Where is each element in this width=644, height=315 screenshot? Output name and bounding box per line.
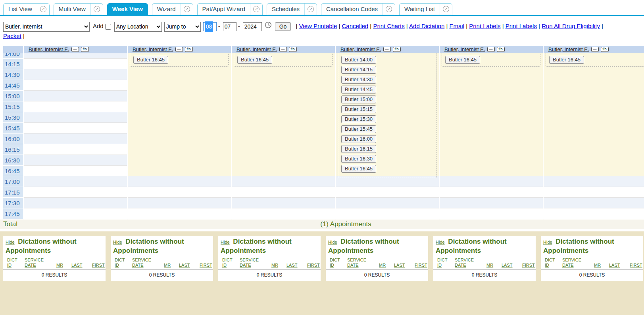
slot-col3-1730[interactable] [232, 198, 335, 208]
link-packet[interactable]: Packet [3, 32, 21, 39]
appointment-button-butler-16-30[interactable]: Butler 16:30 [341, 155, 376, 163]
jump-to-select[interactable]: Jump to [164, 22, 201, 32]
tab-pat-appt-wizard[interactable]: Pat/Appt Wizard ↗ [197, 3, 263, 15]
link-print-labels[interactable]: Print Labels [469, 23, 500, 29]
dict-header-mr[interactable]: MR [486, 263, 502, 268]
tab-schedules[interactable]: Schedules ↗ [267, 3, 317, 15]
dict-header-last[interactable]: LAST [502, 263, 522, 268]
appointment-button-butler-14-30[interactable]: Butler 14:30 [341, 76, 376, 84]
appointment-button-butler-16-45[interactable]: Butler 16:45 [549, 56, 584, 64]
slot-col1-1500[interactable] [24, 91, 127, 101]
slot-col4-1730[interactable] [336, 198, 439, 208]
slot-col2-1745[interactable] [128, 208, 231, 219]
slot-col6-1645[interactable] [544, 166, 644, 176]
date-month-input[interactable]: 08 [203, 22, 217, 31]
slot-col2-1545[interactable] [128, 123, 231, 134]
slot-col1-1730[interactable] [24, 198, 127, 208]
dict-header-last[interactable]: LAST [179, 263, 200, 268]
dict-header-dict-id[interactable]: DICTID [437, 258, 455, 268]
tab-week-view[interactable]: Week View [107, 3, 148, 15]
add-checkbox[interactable] [105, 24, 111, 30]
tab-wizard[interactable]: Wizard ↗ [152, 3, 193, 15]
open-new-view-icon[interactable]: ↗ [37, 4, 49, 15]
slot-col4-1715[interactable] [336, 187, 439, 198]
slot-col1-1515[interactable] [24, 101, 127, 112]
slot-col5-1515[interactable] [440, 101, 543, 112]
link-cancelled[interactable]: Cancelled [342, 23, 368, 29]
dict-header-mr[interactable]: MR [594, 263, 609, 268]
fb-button[interactable]: f/b [497, 47, 505, 52]
slot-col2-1430[interactable] [128, 69, 231, 80]
fb-button[interactable]: f/b [289, 47, 297, 52]
slot-col3-1545[interactable] [232, 123, 335, 134]
slot-col5-1645[interactable] [440, 166, 543, 176]
dict-header-service-date[interactable]: SERVICEDATE [562, 258, 594, 268]
slot-col6-1745[interactable] [544, 208, 644, 219]
slot-col3-1715[interactable] [232, 187, 335, 198]
slot-col1-1400[interactable] [24, 53, 127, 59]
minimize-column-button[interactable]: — [383, 47, 391, 52]
slot-col5-1430[interactable] [440, 69, 543, 80]
slot-col3-1500[interactable] [232, 91, 335, 101]
date-day-input[interactable]: 07 [223, 22, 236, 31]
dict-header-first[interactable]: FIRST [415, 263, 427, 268]
open-new-view-icon[interactable]: ↗ [440, 4, 452, 15]
slot-col5-1500[interactable] [440, 91, 543, 101]
appointment-button-butler-16-45[interactable]: Butler 16:45 [133, 56, 168, 64]
slot-col6-1600[interactable] [544, 134, 644, 144]
appointment-button-butler-16-45[interactable]: Butler 16:45 [445, 56, 480, 64]
open-new-view-icon[interactable]: ↗ [250, 4, 262, 15]
slot-col2-1530[interactable] [128, 112, 231, 123]
slot-col5-1545[interactable] [440, 123, 543, 134]
fb-button[interactable]: f/b [393, 47, 401, 52]
tab-waiting-list[interactable]: Waiting List ↗ [399, 3, 452, 15]
slot-col1-1630[interactable] [24, 155, 127, 166]
slot-col3-1645[interactable] [232, 166, 335, 176]
hide-link[interactable]: Hide [221, 240, 230, 244]
slot-col5-1600[interactable] [440, 134, 543, 144]
link-add-dictation[interactable]: Add Dictation [409, 23, 444, 29]
link-run-all-drug-eligibility[interactable]: Run All Drug Eligibility [542, 23, 600, 29]
slot-col1-1415[interactable] [24, 59, 127, 69]
slot-col2-1615[interactable] [128, 144, 231, 155]
appointment-button-butler-15-15[interactable]: Butler 15:15 [341, 105, 376, 113]
dict-header-mr[interactable]: MR [271, 263, 286, 268]
provider-column-link[interactable]: Butler, Internist E. [444, 46, 485, 52]
appointment-button-butler-16-00[interactable]: Butler 16:00 [341, 135, 376, 143]
date-year-input[interactable]: 2024 [243, 22, 262, 31]
slot-col3-1530[interactable] [232, 112, 335, 123]
slot-col1-1745[interactable] [24, 208, 127, 219]
slot-col6-1700[interactable] [544, 176, 644, 187]
appointment-button-butler-16-45[interactable]: Butler 16:45 [341, 165, 376, 173]
appointment-button-butler-15-00[interactable]: Butler 15:00 [341, 95, 376, 103]
slot-col3-1700[interactable] [232, 176, 335, 187]
open-new-view-icon[interactable]: ↗ [181, 4, 193, 15]
dict-header-mr[interactable]: MR [56, 263, 71, 268]
go-button[interactable]: Go [275, 22, 291, 31]
dict-header-dict-id[interactable]: DICTID [545, 258, 562, 268]
slot-col1-1530[interactable] [24, 112, 127, 123]
dict-header-first[interactable]: FIRST [522, 263, 535, 268]
tab-list-view[interactable]: List View ↗ [3, 3, 50, 15]
open-new-view-icon[interactable]: ↗ [304, 4, 317, 15]
provider-column-link[interactable]: Butler, Internist E. [548, 46, 589, 52]
dict-header-dict-id[interactable]: DICTID [330, 258, 347, 268]
link-email[interactable]: Email [450, 23, 465, 29]
appointment-button-butler-15-45[interactable]: Butler 15:45 [341, 125, 376, 133]
clock-icon[interactable] [265, 21, 272, 32]
slot-col6-1500[interactable] [544, 91, 644, 101]
slot-col6-1430[interactable] [544, 69, 644, 80]
slot-col3-1745[interactable] [232, 208, 335, 219]
dict-header-last[interactable]: LAST [609, 263, 630, 268]
slot-col3-1445[interactable] [232, 80, 335, 91]
slot-col5-1615[interactable] [440, 144, 543, 155]
slot-col2-1500[interactable] [128, 91, 231, 101]
dict-header-dict-id[interactable]: DICTID [115, 258, 132, 268]
hide-link[interactable]: Hide [6, 240, 15, 244]
slot-col1-1645[interactable] [24, 166, 127, 176]
provider-column-link[interactable]: Butler, Internist E. [236, 46, 277, 52]
slot-col6-1715[interactable] [544, 187, 644, 198]
appointment-button-butler-16-15[interactable]: Butler 16:15 [341, 145, 376, 153]
appointment-button-butler-16-45[interactable]: Butler 16:45 [237, 56, 272, 64]
dict-header-service-date[interactable]: SERVICEDATE [455, 258, 486, 268]
